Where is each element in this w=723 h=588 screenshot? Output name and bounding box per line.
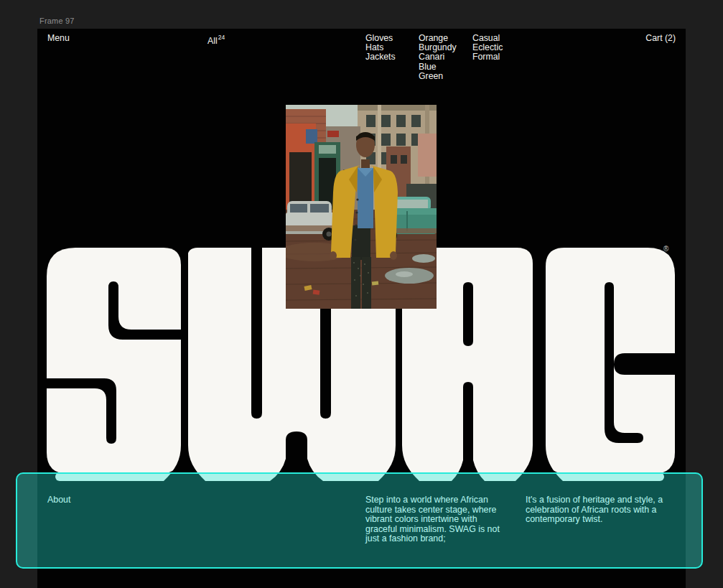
nav-item-blue[interactable]: Blue [419, 62, 457, 72]
cart-button[interactable]: Cart (2) [645, 34, 676, 43]
filter-all-label: All [207, 36, 218, 46]
menu-button[interactable]: Menu [47, 34, 70, 43]
hero-photo [286, 105, 437, 309]
nav-column-categories: Gloves Hats Jackets [365, 34, 396, 62]
nav-item-formal[interactable]: Formal [472, 52, 503, 62]
nav-item-green[interactable]: Green [419, 72, 457, 81]
frame-label[interactable]: Frame 97 [39, 17, 75, 25]
nav-column-styles: Casual Eclectic Formal [472, 34, 503, 62]
filter-all[interactable]: All24 [207, 34, 225, 46]
nav-item-canari[interactable]: Canari [419, 52, 457, 62]
nav-item-jackets[interactable]: Jackets [365, 52, 396, 62]
registered-trademark: ® [663, 245, 668, 253]
selection-overlay[interactable] [16, 472, 703, 569]
figma-canvas: Frame 97 Menu All24 Gloves Hats Jackets … [0, 0, 723, 588]
filter-all-count: 24 [218, 34, 225, 41]
nav-column-colors: Orange Burgundy Canari Blue Green [419, 34, 457, 81]
